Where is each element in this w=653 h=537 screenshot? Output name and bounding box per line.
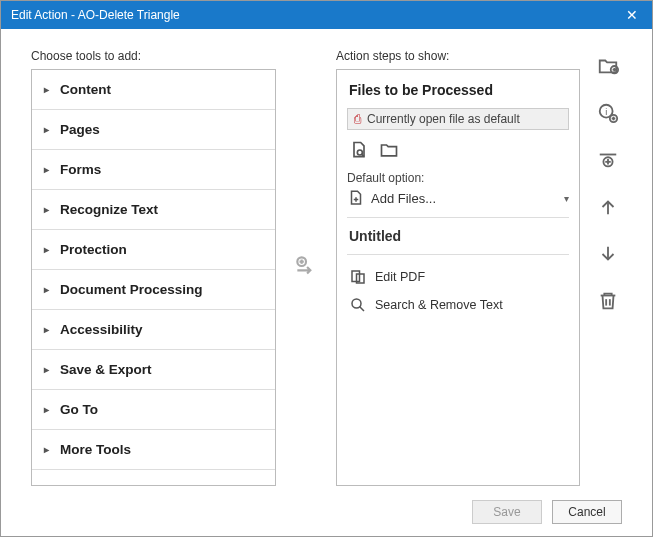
tool-category-label: Protection <box>60 242 127 257</box>
step-label: Edit PDF <box>375 270 425 284</box>
svg-text:i: i <box>605 107 607 117</box>
tool-category-label: Save & Export <box>60 362 152 377</box>
tool-category-save-export[interactable]: ▸ Save & Export <box>32 350 275 390</box>
choose-tools-label: Choose tools to add: <box>31 49 276 63</box>
untitled-group-header: Untitled <box>347 218 569 255</box>
close-icon: ✕ <box>626 7 638 23</box>
tool-category-label: Content <box>60 82 111 97</box>
tool-category-protection[interactable]: ▸ Protection <box>32 230 275 270</box>
folder-plus-icon <box>597 55 619 77</box>
save-button[interactable]: Save <box>472 500 542 524</box>
tool-category-document-processing[interactable]: ▸ Document Processing <box>32 270 275 310</box>
delete-button[interactable] <box>597 290 619 315</box>
move-up-button[interactable] <box>597 196 619 221</box>
dialog-content: Choose tools to add: ▸ Content ▸ Pages ▸… <box>1 29 652 536</box>
tool-category-forms[interactable]: ▸ Forms <box>32 150 275 190</box>
chevron-right-icon: ▸ <box>44 244 54 255</box>
pdf-icon: ⎙ <box>354 112 361 126</box>
action-steps-panel: Files to be Processed ⎙ Currently open f… <box>336 69 580 486</box>
arrow-up-icon <box>597 196 619 218</box>
default-file-row[interactable]: ⎙ Currently open file as default <box>347 108 569 130</box>
tool-category-label: Forms <box>60 162 101 177</box>
tool-category-label: Go To <box>60 402 98 417</box>
info-plus-icon: i <box>597 102 619 124</box>
file-search-button[interactable] <box>349 140 369 163</box>
add-instruction-button[interactable]: i <box>597 102 619 127</box>
window-close-button[interactable]: ✕ <box>612 1 652 29</box>
save-button-label: Save <box>493 505 520 519</box>
step-edit-pdf[interactable]: Edit PDF <box>347 263 569 291</box>
tool-category-pages[interactable]: ▸ Pages <box>32 110 275 150</box>
tool-category-label: Pages <box>60 122 100 137</box>
tool-category-accessibility[interactable]: ▸ Accessibility <box>32 310 275 350</box>
tool-category-content[interactable]: ▸ Content <box>32 70 275 110</box>
add-files-dropdown[interactable]: Add Files... ▾ <box>347 187 569 218</box>
tool-category-label: More Tools <box>60 442 131 457</box>
default-option-label: Default option: <box>347 171 569 185</box>
dialog-footer: Save Cancel <box>31 486 622 524</box>
add-file-icon <box>347 189 365 207</box>
folder-button[interactable] <box>379 140 399 163</box>
add-folder-button[interactable] <box>597 55 619 80</box>
file-search-icon <box>349 140 369 160</box>
cancel-button-label: Cancel <box>568 505 605 519</box>
chevron-down-icon: ▾ <box>564 193 569 204</box>
window-title: Edit Action - AO-Delete Triangle <box>11 8 612 22</box>
chevron-right-icon: ▸ <box>44 324 54 335</box>
tool-category-recognize-text[interactable]: ▸ Recognize Text <box>32 190 275 230</box>
divider-plus-icon <box>597 149 619 171</box>
tool-category-label: Recognize Text <box>60 202 158 217</box>
tools-list: ▸ Content ▸ Pages ▸ Forms ▸ Recognize Te… <box>31 69 276 486</box>
svg-line-10 <box>360 307 365 312</box>
folder-icon <box>379 140 399 160</box>
cancel-button[interactable]: Cancel <box>552 500 622 524</box>
add-files-label: Add Files... <box>371 191 436 206</box>
trash-icon <box>597 290 619 312</box>
step-toolbar: i <box>594 49 622 486</box>
arrow-down-icon <box>597 243 619 265</box>
step-search-remove-text[interactable]: Search & Remove Text <box>347 291 569 319</box>
tool-category-label: Document Processing <box>60 282 203 297</box>
chevron-right-icon: ▸ <box>44 364 54 375</box>
step-label: Search & Remove Text <box>375 298 503 312</box>
tool-category-label: Accessibility <box>60 322 143 337</box>
files-to-be-processed-header: Files to be Processed <box>347 78 569 108</box>
chevron-right-icon: ▸ <box>44 284 54 295</box>
add-divider-button[interactable] <box>597 149 619 174</box>
chevron-right-icon: ▸ <box>44 404 54 415</box>
default-file-label: Currently open file as default <box>367 112 520 126</box>
add-to-steps-button[interactable] <box>293 253 319 282</box>
chevron-right-icon: ▸ <box>44 84 54 95</box>
search-remove-icon <box>349 296 367 314</box>
chevron-right-icon: ▸ <box>44 204 54 215</box>
arrow-add-icon <box>293 253 319 279</box>
edit-pdf-icon <box>349 268 367 286</box>
tool-category-go-to[interactable]: ▸ Go To <box>32 390 275 430</box>
action-steps-label: Action steps to show: <box>336 49 580 63</box>
title-bar: Edit Action - AO-Delete Triangle ✕ <box>1 1 652 29</box>
chevron-right-icon: ▸ <box>44 444 54 455</box>
chevron-right-icon: ▸ <box>44 124 54 135</box>
move-down-button[interactable] <box>597 243 619 268</box>
tool-category-more-tools[interactable]: ▸ More Tools <box>32 430 275 470</box>
chevron-right-icon: ▸ <box>44 164 54 175</box>
